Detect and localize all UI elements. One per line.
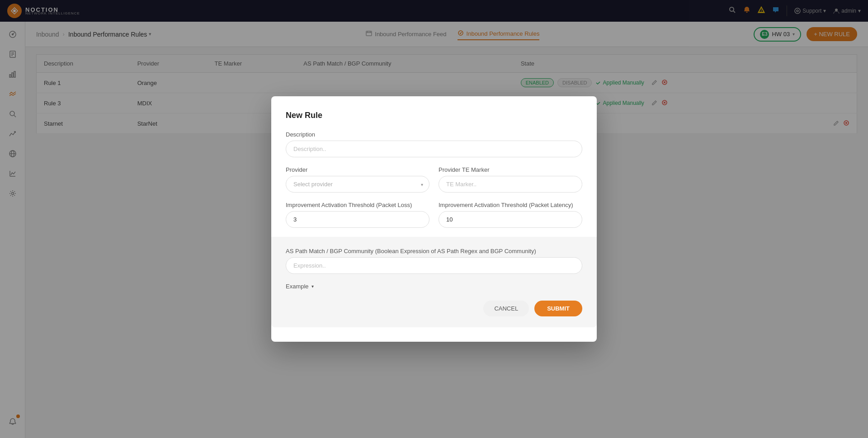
provider-group: Provider Select provider ▾ (286, 166, 429, 193)
cancel-button[interactable]: CANCEL (483, 301, 529, 316)
provider-label: Provider (286, 166, 429, 173)
packet-latency-input[interactable] (439, 211, 582, 228)
modal-title: New Rule (286, 111, 582, 120)
modal-bottom-section: AS Path Match / BGP Community (Boolean E… (271, 237, 597, 327)
description-group: Description (286, 131, 582, 157)
provider-row: Provider Select provider ▾ Provider TE M… (286, 166, 582, 202)
as-path-group: AS Path Match / BGP Community (Boolean E… (286, 248, 582, 274)
packet-loss-label: Improvement Activation Threshold (Packet… (286, 202, 429, 208)
example-toggle[interactable]: Example ▾ (286, 283, 582, 290)
te-marker-label: Provider TE Marker (439, 166, 582, 173)
packet-latency-label: Improvement Activation Threshold (Packet… (439, 202, 582, 208)
modal-overlay[interactable]: New Rule Description Provider Select pro… (0, 0, 868, 438)
as-path-label: AS Path Match / BGP Community (Boolean E… (286, 248, 582, 254)
as-path-input[interactable] (286, 257, 582, 274)
submit-button[interactable]: SUBMIT (534, 301, 582, 316)
te-marker-input[interactable] (439, 176, 582, 193)
provider-select[interactable]: Select provider (286, 176, 429, 193)
new-rule-modal: New Rule Description Provider Select pro… (271, 96, 597, 342)
provider-select-wrapper: Select provider ▾ (286, 176, 429, 193)
packet-latency-group: Improvement Activation Threshold (Packet… (439, 202, 582, 228)
threshold-row: Improvement Activation Threshold (Packet… (286, 202, 582, 237)
te-marker-group: Provider TE Marker (439, 166, 582, 193)
modal-footer: CANCEL SUBMIT (286, 301, 582, 316)
example-chevron-icon: ▾ (311, 284, 314, 289)
description-input[interactable] (286, 141, 582, 157)
example-label: Example (286, 283, 309, 290)
packet-loss-input[interactable] (286, 211, 429, 228)
description-label: Description (286, 131, 582, 138)
packet-loss-group: Improvement Activation Threshold (Packet… (286, 202, 429, 228)
